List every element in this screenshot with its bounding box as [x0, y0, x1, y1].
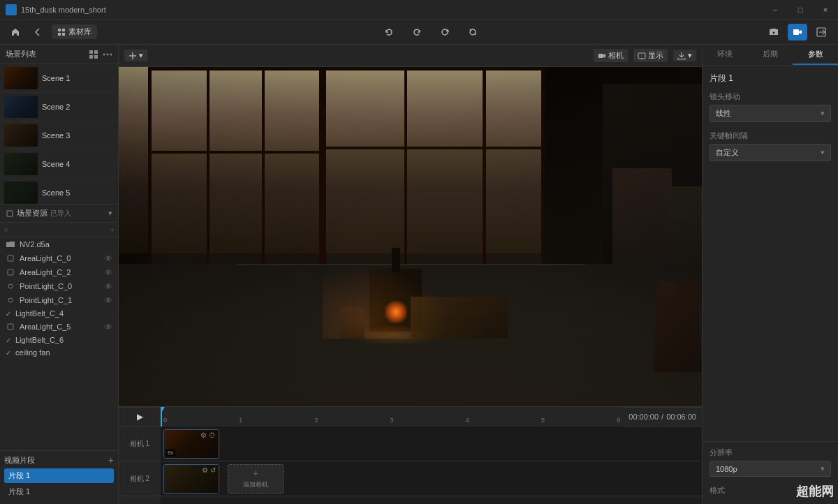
time-total: 00:06:00 — [666, 413, 696, 421]
scene-1-thumbnail — [4, 67, 38, 89]
reset-icon[interactable] — [464, 24, 481, 40]
asset-item-arealight0[interactable]: AreaLight_C_0 — [0, 251, 118, 265]
filter-icon[interactable] — [110, 226, 115, 234]
eye-icon[interactable] — [104, 323, 112, 331]
svg-point-6 — [772, 31, 775, 34]
video-record-button[interactable] — [788, 24, 807, 40]
svg-point-14 — [107, 53, 109, 55]
assets-arrow[interactable]: ▾ — [108, 209, 112, 218]
scene-2-thumbnail — [4, 96, 38, 118]
tab-params[interactable]: 参数 — [793, 45, 838, 65]
svg-line-17 — [7, 230, 8, 231]
camera-move-label: 镜头移动 — [710, 91, 831, 102]
timeline-ruler: 0 1 2 3 4 5 6 — [161, 407, 623, 427]
display-button[interactable]: 显示 — [633, 49, 668, 62]
title-text: 15th_dusk modern_short — [21, 6, 106, 14]
eye-icon[interactable] — [104, 254, 112, 262]
photo-button[interactable] — [764, 24, 784, 40]
scene-5-thumbnail — [4, 181, 38, 204]
svg-rect-10 — [94, 50, 98, 54]
add-camera-label: 添加相机 — [243, 480, 268, 489]
add-clip-button[interactable]: + — [108, 454, 114, 466]
clip-item-1[interactable]: 片段 1 — [4, 468, 114, 483]
svg-point-27 — [8, 298, 13, 302]
camera-move-dropdown[interactable]: 线性 ▾ — [710, 105, 831, 122]
asset-item-arealight2[interactable]: AreaLight_C_2 — [0, 265, 118, 279]
camera-2-clip[interactable]: ⚙ ↺ — [163, 464, 219, 494]
scene-item-4[interactable]: Scene 4 — [0, 150, 118, 179]
toolbar-center — [103, 24, 758, 40]
export-button[interactable]: ▾ — [673, 50, 696, 61]
light-icon — [6, 322, 15, 332]
assets-title: 场景资源 — [17, 208, 47, 218]
scene-item-3[interactable]: Scene 3 — [0, 121, 118, 150]
right-section-title: 片段 1 — [710, 73, 831, 84]
svg-point-4 — [442, 29, 448, 35]
assets-status: 已导入 — [50, 209, 71, 218]
format-label: 格式 — [710, 485, 831, 496]
home-icon[interactable] — [7, 24, 24, 40]
search-input[interactable] — [11, 225, 108, 234]
undo-icon[interactable] — [381, 24, 397, 40]
minimize-button[interactable]: − — [763, 0, 788, 20]
svg-rect-29 — [8, 324, 13, 329]
refresh-icon[interactable]: ↺ — [210, 466, 216, 474]
back-icon[interactable] — [29, 24, 46, 40]
add-camera-button[interactable]: + 添加相机 — [228, 464, 284, 494]
viewport-area: ▾ 相机 显示 ▾ — [119, 45, 702, 504]
camera-view-button[interactable]: 相机 — [594, 49, 628, 62]
folder-icon — [6, 239, 15, 249]
camera-1-controls: ⚙ ⏱ — [200, 431, 216, 439]
svg-rect-21 — [8, 255, 13, 261]
eye-icon[interactable] — [104, 282, 112, 290]
redo-icon[interactable] — [409, 24, 425, 40]
asset-item-pointlight1[interactable]: PointLight_C_1 — [0, 293, 118, 307]
scene-render — [119, 67, 702, 406]
eye-icon[interactable] — [104, 296, 112, 304]
transform-mode-button[interactable]: ▾ — [124, 50, 147, 61]
assets-button[interactable]: 素材库 — [52, 24, 97, 39]
scene-item-2[interactable]: Scene 2 — [0, 93, 118, 121]
maximize-button[interactable]: □ — [788, 0, 813, 20]
eye-icon[interactable] — [104, 268, 112, 276]
close-button[interactable]: × — [813, 0, 838, 20]
clock-icon[interactable]: ⏱ — [209, 431, 216, 439]
more-scene-icon[interactable] — [103, 50, 112, 59]
camera-1-clip[interactable]: 6s ⚙ ⏱ — [163, 429, 219, 459]
settings-icon[interactable]: ⚙ — [200, 431, 207, 439]
camera-2-controls: ⚙ ↺ — [202, 466, 216, 474]
add-scene-icon[interactable] — [89, 50, 98, 59]
asset-item-lightbelt4[interactable]: ✓ LightBelt_C_4 — [0, 307, 118, 320]
chair-right — [653, 281, 702, 372]
asset-item-lightbelt6[interactable]: ✓ LightBelt_C_6 — [0, 334, 118, 346]
keyframe-interval-label: 关键帧间隔 — [710, 131, 831, 141]
asset-item-arealight5[interactable]: AreaLight_C_5 — [0, 320, 118, 334]
scene-item-5[interactable]: Scene 5 — [0, 179, 118, 204]
asset-label: LightBelt_C_6 — [15, 336, 64, 344]
svg-point-22 — [108, 258, 110, 260]
svg-point-28 — [108, 299, 110, 302]
asset-label: PointLight_C_0 — [20, 282, 72, 290]
resolution-dropdown[interactable]: 1080p ▾ — [710, 461, 831, 477]
scene-item-1[interactable]: Scene 1 — [0, 64, 118, 93]
asset-item-ceilingfan[interactable]: ✓ ceiling fan — [0, 346, 118, 359]
viewport-image — [119, 67, 702, 406]
tab-post[interactable]: 后期 — [748, 45, 793, 65]
share-button[interactable] — [811, 24, 831, 40]
window-frame-right-small — [486, 67, 545, 271]
play-button[interactable]: ▶ — [132, 409, 147, 424]
keyframe-interval-value: 自定义 — [716, 147, 739, 158]
svg-rect-1 — [62, 29, 65, 31]
check-icon: ✓ — [6, 310, 11, 318]
camera-1-track: 6s ⚙ ⏱ — [161, 427, 702, 461]
settings-icon[interactable]: ⚙ — [202, 466, 208, 474]
svg-point-26 — [108, 286, 110, 288]
rotate-icon[interactable] — [436, 24, 453, 40]
scene-3-label: Scene 3 — [42, 131, 70, 140]
asset-item-pointlight0[interactable]: PointLight_C_0 — [0, 279, 118, 293]
tab-environment[interactable]: 环境 — [703, 45, 748, 65]
keyframe-interval-dropdown[interactable]: 自定义 ▾ — [710, 144, 831, 161]
clip-item-2[interactable]: 片段 1 — [4, 484, 114, 499]
asset-item-nv2[interactable]: NV2.d5a — [0, 237, 118, 251]
svg-rect-11 — [89, 55, 93, 59]
